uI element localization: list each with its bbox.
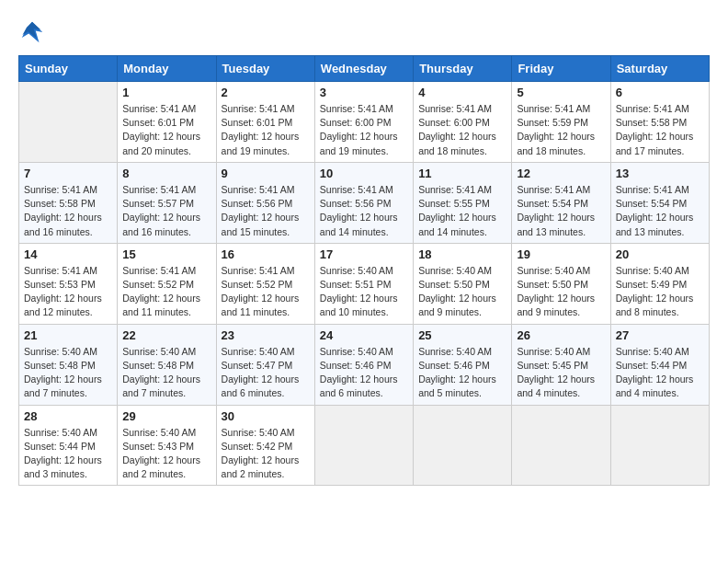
calendar-cell: 19Sunrise: 5:40 AMSunset: 5:50 PMDayligh… — [512, 243, 610, 324]
day-number: 5 — [517, 86, 605, 99]
day-info: Sunrise: 5:41 AMSunset: 5:56 PMDaylight:… — [222, 183, 310, 239]
calendar-cell: 24Sunrise: 5:40 AMSunset: 5:46 PMDayligh… — [314, 324, 413, 405]
day-info: Sunrise: 5:40 AMSunset: 5:46 PMDaylight:… — [418, 345, 506, 401]
day-number: 29 — [122, 409, 210, 423]
day-number: 3 — [320, 86, 408, 99]
day-info: Sunrise: 5:41 AMSunset: 5:58 PMDaylight:… — [616, 102, 704, 158]
day-info: Sunrise: 5:41 AMSunset: 5:52 PMDaylight:… — [122, 264, 210, 320]
day-number: 16 — [222, 247, 310, 261]
calendar-cell: 16Sunrise: 5:41 AMSunset: 5:52 PMDayligh… — [216, 243, 314, 324]
day-number: 22 — [122, 328, 210, 342]
calendar-cell: 9Sunrise: 5:41 AMSunset: 5:56 PMDaylight… — [216, 162, 314, 243]
day-number: 19 — [517, 247, 605, 261]
day-number: 21 — [24, 328, 112, 342]
day-number: 12 — [517, 167, 605, 180]
calendar-cell: 22Sunrise: 5:40 AMSunset: 5:48 PMDayligh… — [118, 324, 216, 405]
day-number: 8 — [122, 167, 210, 180]
day-info: Sunrise: 5:41 AMSunset: 5:58 PMDaylight:… — [24, 183, 112, 239]
day-info: Sunrise: 5:41 AMSunset: 5:59 PMDaylight:… — [517, 102, 605, 158]
calendar-cell: 11Sunrise: 5:41 AMSunset: 5:55 PMDayligh… — [414, 162, 512, 243]
day-number: 28 — [24, 409, 112, 423]
calendar-cell — [19, 82, 118, 163]
calendar-cell: 30Sunrise: 5:40 AMSunset: 5:42 PMDayligh… — [216, 405, 314, 486]
day-number: 20 — [616, 247, 704, 261]
day-info: Sunrise: 5:41 AMSunset: 6:00 PMDaylight:… — [320, 102, 408, 158]
day-number: 6 — [616, 86, 704, 99]
calendar-cell: 28Sunrise: 5:40 AMSunset: 5:44 PMDayligh… — [19, 405, 118, 486]
day-number: 10 — [320, 167, 408, 180]
calendar-cell: 21Sunrise: 5:40 AMSunset: 5:48 PMDayligh… — [19, 324, 118, 405]
day-number: 4 — [418, 86, 506, 99]
calendar-cell: 15Sunrise: 5:41 AMSunset: 5:52 PMDayligh… — [118, 243, 216, 324]
day-info: Sunrise: 5:40 AMSunset: 5:51 PMDaylight:… — [320, 264, 408, 320]
calendar-cell: 27Sunrise: 5:40 AMSunset: 5:44 PMDayligh… — [610, 324, 709, 405]
calendar-cell: 17Sunrise: 5:40 AMSunset: 5:51 PMDayligh… — [314, 243, 413, 324]
calendar-week-row: 7Sunrise: 5:41 AMSunset: 5:58 PMDaylight… — [19, 162, 710, 243]
day-info: Sunrise: 5:40 AMSunset: 5:50 PMDaylight:… — [418, 264, 506, 320]
day-info: Sunrise: 5:40 AMSunset: 5:50 PMDaylight:… — [517, 264, 605, 320]
calendar-cell — [414, 405, 512, 486]
day-number: 11 — [418, 167, 506, 180]
weekday-header: Saturday — [610, 56, 709, 82]
day-number: 30 — [222, 409, 310, 423]
calendar-cell: 4Sunrise: 5:41 AMSunset: 6:00 PMDaylight… — [414, 82, 512, 163]
day-number: 26 — [517, 328, 605, 342]
calendar-cell: 29Sunrise: 5:40 AMSunset: 5:43 PMDayligh… — [118, 405, 216, 486]
day-info: Sunrise: 5:40 AMSunset: 5:47 PMDaylight:… — [222, 345, 310, 401]
calendar-cell: 3Sunrise: 5:41 AMSunset: 6:00 PMDaylight… — [314, 82, 413, 163]
day-info: Sunrise: 5:41 AMSunset: 5:55 PMDaylight:… — [418, 183, 506, 239]
weekday-header: Sunday — [19, 56, 118, 82]
calendar-cell: 8Sunrise: 5:41 AMSunset: 5:57 PMDaylight… — [118, 162, 216, 243]
day-info: Sunrise: 5:40 AMSunset: 5:45 PMDaylight:… — [517, 345, 605, 401]
day-number: 27 — [616, 328, 704, 342]
calendar-cell: 5Sunrise: 5:41 AMSunset: 5:59 PMDaylight… — [512, 82, 610, 163]
weekday-header: Tuesday — [216, 56, 314, 82]
calendar-cell: 18Sunrise: 5:40 AMSunset: 5:50 PMDayligh… — [414, 243, 512, 324]
day-number: 15 — [122, 247, 210, 261]
day-number: 18 — [418, 247, 506, 261]
calendar-cell: 2Sunrise: 5:41 AMSunset: 6:01 PMDaylight… — [216, 82, 314, 163]
calendar-cell — [512, 405, 610, 486]
day-number: 23 — [222, 328, 310, 342]
day-number: 7 — [24, 167, 112, 180]
calendar-cell: 20Sunrise: 5:40 AMSunset: 5:49 PMDayligh… — [610, 243, 709, 324]
calendar-cell: 13Sunrise: 5:41 AMSunset: 5:54 PMDayligh… — [610, 162, 709, 243]
calendar-week-row: 14Sunrise: 5:41 AMSunset: 5:53 PMDayligh… — [19, 243, 710, 324]
day-info: Sunrise: 5:41 AMSunset: 5:54 PMDaylight:… — [616, 183, 704, 239]
day-number: 13 — [616, 167, 704, 180]
day-info: Sunrise: 5:41 AMSunset: 6:00 PMDaylight:… — [418, 102, 506, 158]
calendar-week-row: 28Sunrise: 5:40 AMSunset: 5:44 PMDayligh… — [19, 405, 710, 486]
day-info: Sunrise: 5:40 AMSunset: 5:48 PMDaylight:… — [24, 345, 112, 401]
day-number: 2 — [222, 86, 310, 99]
calendar-cell: 23Sunrise: 5:40 AMSunset: 5:47 PMDayligh… — [216, 324, 314, 405]
calendar-cell: 14Sunrise: 5:41 AMSunset: 5:53 PMDayligh… — [19, 243, 118, 324]
calendar-week-row: 1Sunrise: 5:41 AMSunset: 6:01 PMDaylight… — [19, 82, 710, 163]
calendar-cell: 25Sunrise: 5:40 AMSunset: 5:46 PMDayligh… — [414, 324, 512, 405]
day-number: 1 — [122, 86, 210, 99]
calendar-cell: 1Sunrise: 5:41 AMSunset: 6:01 PMDaylight… — [118, 82, 216, 163]
day-info: Sunrise: 5:40 AMSunset: 5:43 PMDaylight:… — [122, 426, 210, 482]
calendar-cell — [314, 405, 413, 486]
weekday-header: Monday — [118, 56, 216, 82]
logo-icon — [18, 18, 46, 46]
day-number: 25 — [418, 328, 506, 342]
logo — [18, 18, 50, 46]
day-number: 14 — [24, 247, 112, 261]
calendar-cell: 12Sunrise: 5:41 AMSunset: 5:54 PMDayligh… — [512, 162, 610, 243]
calendar-cell: 7Sunrise: 5:41 AMSunset: 5:58 PMDaylight… — [19, 162, 118, 243]
weekday-header: Wednesday — [314, 56, 413, 82]
day-info: Sunrise: 5:41 AMSunset: 5:54 PMDaylight:… — [517, 183, 605, 239]
weekday-header: Thursday — [414, 56, 512, 82]
day-info: Sunrise: 5:40 AMSunset: 5:49 PMDaylight:… — [616, 264, 704, 320]
weekday-header-row: SundayMondayTuesdayWednesdayThursdayFrid… — [19, 56, 710, 82]
day-number: 24 — [320, 328, 408, 342]
day-info: Sunrise: 5:40 AMSunset: 5:44 PMDaylight:… — [616, 345, 704, 401]
calendar-cell: 26Sunrise: 5:40 AMSunset: 5:45 PMDayligh… — [512, 324, 610, 405]
day-number: 17 — [320, 247, 408, 261]
day-info: Sunrise: 5:41 AMSunset: 5:56 PMDaylight:… — [320, 183, 408, 239]
calendar-table: SundayMondayTuesdayWednesdayThursdayFrid… — [18, 55, 710, 486]
day-info: Sunrise: 5:40 AMSunset: 5:44 PMDaylight:… — [24, 426, 112, 482]
day-info: Sunrise: 5:41 AMSunset: 5:53 PMDaylight:… — [24, 264, 112, 320]
day-info: Sunrise: 5:40 AMSunset: 5:48 PMDaylight:… — [122, 345, 210, 401]
page-header — [18, 18, 710, 46]
